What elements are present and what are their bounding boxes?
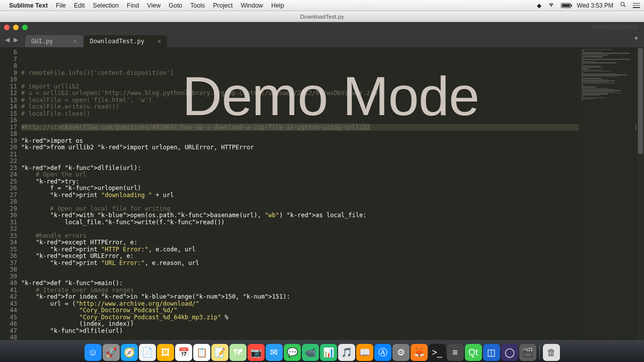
dock-facetime-icon[interactable]: 📹 bbox=[302, 344, 319, 361]
dock-finder-icon[interactable]: ☺ bbox=[85, 344, 102, 361]
dock-calendar-icon[interactable]: 📅 bbox=[175, 344, 192, 361]
dock-launchpad-icon[interactable]: 🚀 bbox=[103, 344, 120, 361]
dock-itunes-icon[interactable]: 🎵 bbox=[338, 344, 355, 361]
close-window-button[interactable] bbox=[4, 25, 10, 30]
macos-menubar: Sublime Text File Edit Selection Find Vi… bbox=[0, 0, 644, 11]
dock-textedit-icon[interactable]: 📄 bbox=[139, 344, 156, 361]
line-number-gutter: 6789101112131415161718192021222324252627… bbox=[0, 47, 21, 340]
scrollbar[interactable] bbox=[637, 47, 644, 340]
dock-maps-icon[interactable]: 🗺 bbox=[229, 344, 247, 361]
tab-gui[interactable]: GUI.py × bbox=[25, 35, 83, 47]
spotlight-icon[interactable] bbox=[619, 2, 627, 9]
unregistered-label: UNREGISTERED bbox=[593, 24, 637, 30]
tab-dropdown-icon[interactable]: ▼ bbox=[633, 35, 639, 41]
window-title: DownloadTest.py bbox=[300, 14, 344, 20]
menubar-clock[interactable]: Wed 3:53 PM bbox=[577, 2, 613, 9]
dock-virtualbox-icon[interactable]: ◫ bbox=[483, 344, 500, 361]
menu-help[interactable]: Help bbox=[271, 2, 284, 9]
menu-tools[interactable]: Tools bbox=[190, 2, 205, 9]
dock-notes-icon[interactable]: 📝 bbox=[211, 344, 228, 361]
menubar-app-name[interactable]: Sublime Text bbox=[9, 2, 48, 9]
dock-iterm-icon[interactable]: >_ bbox=[429, 344, 446, 361]
dock-preview-icon[interactable]: 🖼 bbox=[157, 344, 174, 361]
tab-bar: ◀ ▶ GUI.py × DownloadTest.py × ▼ bbox=[0, 32, 644, 47]
tab-label: DownloadTest.py bbox=[90, 38, 144, 45]
code-editor[interactable]: 6789101112131415161718192021222324252627… bbox=[0, 47, 644, 340]
dock-imovie-icon[interactable]: 🎬 bbox=[519, 344, 536, 361]
dock-sysprefs-icon[interactable]: ⚙ bbox=[392, 344, 410, 361]
nav-back-icon[interactable]: ◀ bbox=[3, 36, 12, 43]
minimap[interactable] bbox=[579, 47, 635, 340]
dock-reminders-icon[interactable]: 📋 bbox=[193, 344, 210, 361]
dock-photobooth-icon[interactable]: 📷 bbox=[248, 344, 265, 361]
menu-view[interactable]: View bbox=[147, 2, 160, 9]
wifi-icon[interactable] bbox=[547, 2, 555, 9]
menu-edit[interactable]: Edit bbox=[74, 2, 85, 9]
hamburger-icon[interactable] bbox=[633, 3, 640, 8]
dock-numbers-icon[interactable]: 📊 bbox=[320, 344, 337, 361]
dock-messages-icon[interactable]: 💬 bbox=[284, 344, 301, 361]
dock-appstore-icon[interactable]: Ⓐ bbox=[374, 344, 391, 361]
close-tab-icon[interactable]: × bbox=[73, 38, 76, 45]
menu-file[interactable]: File bbox=[56, 2, 66, 9]
window-title-bar: DownloadTest.py bbox=[0, 11, 644, 22]
minimize-window-button[interactable] bbox=[13, 25, 19, 30]
dock-safari-icon[interactable]: 🧭 bbox=[121, 344, 138, 361]
tab-downloadtest[interactable]: DownloadTest.py × bbox=[84, 35, 168, 47]
battery-icon[interactable] bbox=[561, 3, 571, 8]
close-tab-icon[interactable]: × bbox=[157, 38, 161, 45]
nav-forward-icon[interactable]: ▶ bbox=[12, 36, 20, 43]
menu-selection[interactable]: Selection bbox=[93, 2, 119, 9]
svg-point-0 bbox=[621, 3, 624, 6]
dock: ☺🚀🧭📄🖼📅📋📝🗺📷✉💬📹📊🎵📖Ⓐ⚙🦊>_≡Qt◫◯🎬🗑 bbox=[0, 341, 644, 362]
dock-eclipse-icon[interactable]: ◯ bbox=[501, 344, 518, 361]
tab-label: GUI.py bbox=[31, 38, 53, 45]
menu-goto[interactable]: Goto bbox=[169, 2, 182, 9]
svg-line-1 bbox=[624, 6, 625, 7]
dock-qt-icon[interactable]: Qt bbox=[465, 344, 482, 361]
code-area[interactable]: Demo Mode # remoteFile.info()['content-d… bbox=[21, 47, 644, 340]
menu-find[interactable]: Find bbox=[127, 2, 139, 9]
dock-ibooks-icon[interactable]: 📖 bbox=[356, 344, 373, 361]
notification-icon[interactable]: ◆ bbox=[537, 2, 541, 9]
dock-firefox-icon[interactable]: 🦊 bbox=[411, 344, 428, 361]
scrollbar-thumb[interactable] bbox=[638, 48, 643, 154]
dock-trash-icon[interactable]: 🗑 bbox=[543, 344, 560, 361]
dock-sublime-icon[interactable]: ≡ bbox=[447, 344, 464, 361]
maximize-window-button[interactable] bbox=[22, 25, 28, 30]
menu-window[interactable]: Window bbox=[240, 2, 263, 9]
dock-separator bbox=[539, 345, 540, 360]
sublime-chrome: UNREGISTERED bbox=[0, 22, 644, 32]
dock-mail-icon[interactable]: ✉ bbox=[266, 344, 283, 361]
menu-project[interactable]: Project bbox=[213, 2, 233, 9]
